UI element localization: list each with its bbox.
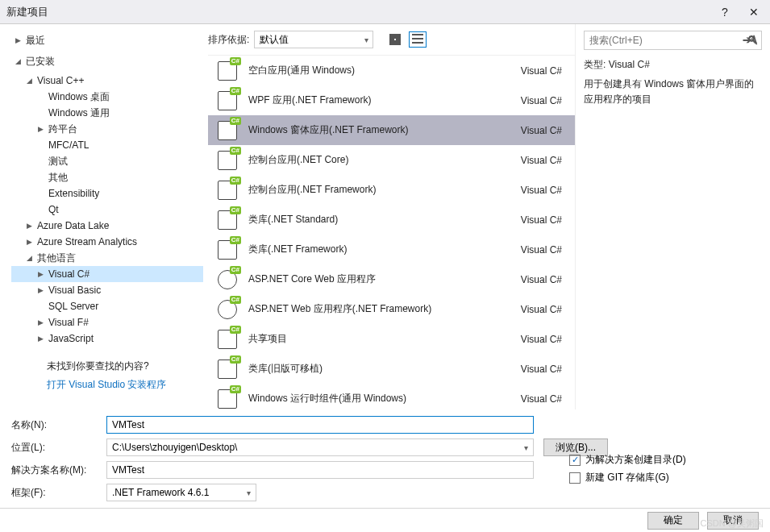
tree-azure-stream[interactable]: ▶Azure Stream Analytics [11,234,203,250]
template-type: Visual C# [521,364,565,375]
template-type: Visual C# [521,304,565,315]
tree-installed[interactable]: ◢已安装 [11,53,203,69]
template-name: 控制台应用(.NET Core) [248,153,521,167]
tree-item[interactable]: ▶Visual F# [11,314,203,330]
template-row[interactable]: ASP.NET Core Web 应用程序Visual C# [208,264,575,294]
template-icon [218,91,237,110]
tree-recent[interactable]: ▶最近 [11,32,203,48]
template-name: ASP.NET Core Web 应用程序 [248,272,521,286]
template-icon [218,151,237,170]
template-type: Visual C# [521,65,565,77]
template-row[interactable]: 共享项目Visual C# [208,324,575,354]
search-magnify-icon[interactable]: 🔍︎ [747,34,758,46]
cancel-button[interactable]: 取消 [707,512,759,530]
ok-button[interactable]: 确定 [647,512,699,530]
template-type: Visual C# [521,125,565,136]
solution-label: 解决方案名称(M): [11,463,106,477]
template-type: Visual C# [521,244,565,256]
tree-item[interactable]: ▶SQL Server [11,298,203,314]
help-icon[interactable]: ? [715,6,735,19]
tree-item[interactable]: ▶Visual Basic [11,282,203,298]
framework-combo[interactable]: .NET Framework 4.6.1 [106,484,256,501]
search-input[interactable] [584,31,762,50]
template-row[interactable]: 控制台应用(.NET Framework)Visual C# [208,175,575,205]
template-icon [218,270,237,289]
template-icon [218,210,237,230]
tree-item[interactable]: ▶Windows 桌面 [11,89,203,105]
template-row[interactable]: ASP.NET Web 应用程序(.NET Framework)Visual C… [208,294,575,324]
template-name: 类库(.NET Framework) [248,243,521,256]
template-row[interactable]: 类库(.NET Standard)Visual C# [208,205,575,235]
template-type: Visual C# [521,95,565,106]
template-list: 空白应用(通用 Windows)Visual C#WPF 应用(.NET Fra… [208,55,575,409]
template-row[interactable]: 空白应用(通用 Windows)Visual C# [208,56,575,85]
tree-other-lang[interactable]: ◢其他语言 [11,250,203,266]
create-dir-checkbox[interactable]: ✓ 为解决方案创建目录(D) [569,453,686,467]
template-type: Visual C# [521,214,565,226]
template-icon [218,121,237,140]
checkbox-unchecked-icon [569,472,581,484]
template-name: 共享项目 [248,332,521,346]
template-type: Visual C# [521,393,565,405]
tree-item[interactable]: ▶跨平台 [11,121,203,137]
template-name: WPF 应用(.NET Framework) [248,94,521,107]
tree-vcpp[interactable]: ◢Visual C++ [11,73,203,89]
tree-item[interactable]: ▶Qt [11,202,203,218]
template-type: Visual C# [521,334,565,345]
template-name: 类库(旧版可移植) [248,362,521,376]
template-type: Visual C# [521,185,565,196]
template-name: 控制台应用(.NET Framework) [248,183,521,197]
name-input[interactable] [106,416,534,434]
template-icon [218,389,237,409]
create-git-checkbox[interactable]: 新建 GIT 存储库(G) [569,471,686,484]
template-icon [218,300,237,319]
template-row[interactable]: 类库(.NET Framework)Visual C# [208,235,575,264]
template-row[interactable]: 控制台应用(.NET Core)Visual C# [208,145,575,175]
template-name: 类库(.NET Standard) [248,213,521,227]
tree-item[interactable]: ▶MFC/ATL [11,137,203,153]
tree-item[interactable]: ▶测试 [11,153,203,169]
tree-azure-data[interactable]: ▶Azure Data Lake [11,218,203,234]
template-row[interactable]: Windows 运行时组件(通用 Windows)Visual C# [208,384,575,409]
tree-item[interactable]: ▶JavaScript [11,330,203,347]
template-type: Visual C# [521,274,565,285]
template-icon [218,330,237,349]
checkbox-checked-icon: ✓ [569,455,581,466]
close-icon[interactable]: ✕ [744,6,764,19]
tree-item[interactable]: ▶Extensibility [11,185,203,202]
template-row[interactable]: Windows 窗体应用(.NET Framework)Visual C# [208,115,575,145]
name-label: 名称(N): [11,418,106,432]
sidebar: ▶最近 ◢已安装 ◢Visual C++ ▶Windows 桌面 ▶Window… [0,24,208,409]
template-row[interactable]: WPF 应用(.NET Framework)Visual C# [208,85,575,115]
template-icon [218,61,237,81]
view-tiles-icon[interactable] [386,31,404,48]
sort-label: 排序依据: [208,33,249,47]
solution-input[interactable] [106,461,534,479]
template-description: 用于创建具有 Windows 窗体用户界面的应用程序的项目 [584,77,762,107]
template-icon [218,181,237,200]
template-name: Windows 窗体应用(.NET Framework) [248,123,521,137]
framework-label: 框架(F): [11,486,106,500]
template-row[interactable]: 类库(旧版可移植)Visual C# [208,354,575,384]
sort-select[interactable]: 默认值 [254,31,373,48]
template-type: Visual C# [521,155,565,166]
template-icon [218,360,237,379]
view-list-icon[interactable] [409,31,427,48]
open-installer-link[interactable]: 打开 Visual Studio 安装程序 [11,376,203,392]
template-name: Windows 运行时组件(通用 Windows) [248,392,521,405]
location-label: 位置(L): [11,441,106,455]
template-name: ASP.NET Web 应用程序(.NET Framework) [248,302,521,316]
window-title: 新建项目 [6,5,715,19]
type-label: 类型: Visual C# [584,58,762,72]
tree-item[interactable]: ▶Windows 通用 [11,105,203,121]
template-icon [218,240,237,260]
tree-visual-csharp[interactable]: ▶Visual C# [11,266,203,282]
location-combo[interactable]: C:\Users\zhouyigen\Desktop\ [106,438,534,456]
tree-item[interactable]: ▶其他 [11,169,203,185]
not-found-text: 未找到你要查找的内容? [11,355,203,376]
template-name: 空白应用(通用 Windows) [248,64,521,77]
